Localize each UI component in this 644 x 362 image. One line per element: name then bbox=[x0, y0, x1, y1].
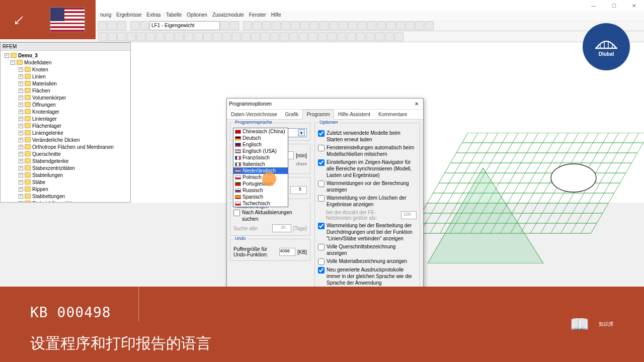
toolbar-icon[interactable] bbox=[136, 32, 145, 41]
loadcase-selector[interactable]: LF1 - Eigengewicht bbox=[149, 21, 220, 30]
nav-fwd-icon[interactable] bbox=[140, 21, 149, 30]
toolbar-icon[interactable] bbox=[358, 21, 367, 30]
menu-item[interactable]: Fenster bbox=[247, 11, 268, 20]
fe-nodes-spinner[interactable]: 100 bbox=[401, 211, 417, 219]
toolbar-icon[interactable] bbox=[386, 21, 395, 30]
toolbar-icon[interactable] bbox=[310, 21, 319, 30]
toolbar-icon[interactable] bbox=[203, 32, 212, 41]
toolbar-icon[interactable] bbox=[108, 21, 117, 30]
dialog-close-button[interactable]: ✕ bbox=[412, 100, 421, 109]
check-updates[interactable]: Nach Aktualisierungen suchen bbox=[233, 209, 307, 222]
menu-item[interactable]: Optionen bbox=[185, 11, 209, 20]
toolbar-icon[interactable] bbox=[291, 21, 300, 30]
tab-program[interactable]: Programm bbox=[302, 110, 334, 120]
option-checkbox[interactable]: Volle Querschnittsbezeichnung anzeigen bbox=[318, 243, 417, 256]
tab-help[interactable]: Hilfe-Assistent bbox=[334, 110, 374, 119]
toolbar-icon[interactable] bbox=[270, 32, 279, 41]
toolbar-icon[interactable] bbox=[251, 32, 260, 41]
option-checkbox[interactable]: Volle Materialbezeichnung anzeigen bbox=[318, 258, 417, 265]
navigator-tree[interactable]: RFEM −Demo_3−Modelldaten+Knoten+Linien+M… bbox=[0, 42, 131, 203]
tree-node[interactable]: +Stabexzentrizitäten bbox=[1, 164, 130, 171]
maximize-button[interactable]: ☐ bbox=[604, 0, 624, 11]
toolbar-icon[interactable] bbox=[280, 32, 289, 41]
tree-node[interactable]: +Flächen bbox=[1, 87, 130, 94]
toolbar-icon[interactable] bbox=[367, 21, 376, 30]
tree-node[interactable]: +Stabbettungen bbox=[1, 193, 130, 200]
language-option[interactable]: Tschechisch bbox=[233, 200, 288, 207]
language-option[interactable]: Chinesisch (China) bbox=[233, 128, 288, 135]
toolbar-icon[interactable] bbox=[232, 32, 241, 41]
option-checkbox[interactable]: Einstellungen im Zeigen-Navigator für al… bbox=[318, 159, 417, 178]
language-option[interactable]: Italienisch bbox=[233, 161, 288, 167]
language-option[interactable]: Englisch (USA) bbox=[233, 148, 288, 154]
max-models-spinner[interactable]: 5 bbox=[290, 186, 307, 194]
toolbar-icon[interactable] bbox=[366, 32, 375, 41]
option-checkbox[interactable]: Fenstereinstellungen automatisch beim Mo… bbox=[318, 144, 417, 157]
update-days-spinner[interactable]: 30 bbox=[272, 224, 291, 232]
toolbar-icon[interactable] bbox=[394, 32, 404, 41]
toolbar-icon[interactable] bbox=[300, 21, 309, 30]
toolbar-icon[interactable] bbox=[356, 32, 365, 41]
toolbar-icon[interactable] bbox=[337, 32, 346, 41]
toolbar-icon[interactable] bbox=[415, 21, 424, 30]
language-option[interactable]: Portugiesisch bbox=[233, 180, 288, 187]
tree-node[interactable]: +Liniengelenke bbox=[1, 129, 130, 136]
toolbar-icon[interactable] bbox=[318, 32, 327, 41]
tree-node[interactable]: +Linienlager bbox=[1, 115, 130, 122]
nav-icon[interactable] bbox=[220, 21, 229, 30]
option-checkbox[interactable]: Warnmeldung vor dem Löschen der Ergebnis… bbox=[318, 195, 417, 208]
tree-node[interactable]: +Öffnungen bbox=[1, 101, 130, 108]
menu-item[interactable]: nung bbox=[98, 11, 113, 20]
option-checkbox[interactable]: Warnmeldungen vor der Berechnung anzeige… bbox=[318, 180, 417, 193]
menu-item[interactable]: Tabelle bbox=[164, 11, 184, 20]
toolbar-icon[interactable] bbox=[127, 32, 136, 41]
toolbar-icon[interactable] bbox=[253, 21, 262, 30]
tree-node[interactable]: +Orthotrope Flächen und Membranen bbox=[1, 143, 130, 150]
tab-graphics[interactable]: Grafik bbox=[281, 110, 303, 119]
toolbar-icon[interactable] bbox=[261, 32, 270, 41]
toolbar-icon[interactable] bbox=[289, 32, 298, 41]
tree-node[interactable]: +Knotenlager bbox=[1, 108, 130, 115]
toolbar-icon[interactable] bbox=[213, 32, 222, 41]
toolbar-icon[interactable] bbox=[396, 21, 405, 30]
tree-node[interactable]: +Linien bbox=[1, 73, 130, 80]
toolbar-icon[interactable] bbox=[175, 32, 184, 41]
menu-item[interactable]: Hilfe bbox=[269, 11, 283, 20]
toolbar-icon[interactable] bbox=[385, 32, 394, 41]
toolbar-icon[interactable] bbox=[98, 32, 107, 41]
toolbar-icon[interactable] bbox=[406, 21, 415, 30]
tree-node[interactable]: +Stäbe bbox=[1, 178, 130, 186]
tree-node[interactable]: +Stabendgelenke bbox=[1, 157, 130, 164]
language-option[interactable]: Spanisch bbox=[233, 194, 288, 200]
toolbar-icon[interactable] bbox=[328, 32, 337, 41]
language-dropdown[interactable]: Chinesisch (China)DeutschEnglischEnglisc… bbox=[233, 128, 288, 207]
toolbar-icon[interactable] bbox=[146, 32, 155, 41]
toolbar-icon[interactable] bbox=[117, 32, 126, 41]
undo-buffer-spinner[interactable]: 4096 bbox=[279, 248, 295, 256]
tree-node[interactable]: −Demo_3 bbox=[1, 52, 130, 59]
toolbar-icon[interactable] bbox=[281, 21, 290, 30]
toolbar-icon[interactable] bbox=[155, 32, 165, 41]
toolbar-icon[interactable] bbox=[272, 21, 281, 30]
tree-node[interactable]: +Veränderliche Dicken bbox=[1, 136, 130, 143]
tree-node[interactable]: +Stabnichtlinearitäten bbox=[1, 200, 130, 203]
tree-node[interactable]: +Materialien bbox=[1, 80, 130, 87]
language-option[interactable]: Deutsch bbox=[233, 135, 288, 141]
language-option[interactable]: Niederländisch bbox=[233, 167, 288, 174]
language-option[interactable]: Polnisch bbox=[233, 174, 288, 180]
toolbar-icon[interactable] bbox=[165, 32, 174, 41]
toolbar-icon[interactable] bbox=[117, 21, 126, 30]
nav-icon[interactable] bbox=[230, 21, 239, 30]
tab-comments[interactable]: Kommentare bbox=[374, 110, 411, 119]
toolbar-icon[interactable] bbox=[242, 32, 251, 41]
option-checkbox[interactable]: Warnmeldung bei der Bearbeitung der Durc… bbox=[318, 222, 417, 242]
toolbar-icon[interactable] bbox=[377, 21, 386, 30]
toolbar-icon[interactable] bbox=[339, 21, 348, 30]
nav-back-icon[interactable] bbox=[130, 21, 139, 30]
toolbar-icon[interactable] bbox=[299, 32, 308, 41]
tree-node[interactable]: −Modelldaten bbox=[1, 59, 130, 66]
close-button[interactable]: ✕ bbox=[624, 0, 644, 11]
toolbar-icon[interactable] bbox=[348, 21, 357, 30]
language-option[interactable]: Französisch bbox=[233, 154, 288, 161]
toolbar-icon[interactable] bbox=[98, 21, 107, 30]
